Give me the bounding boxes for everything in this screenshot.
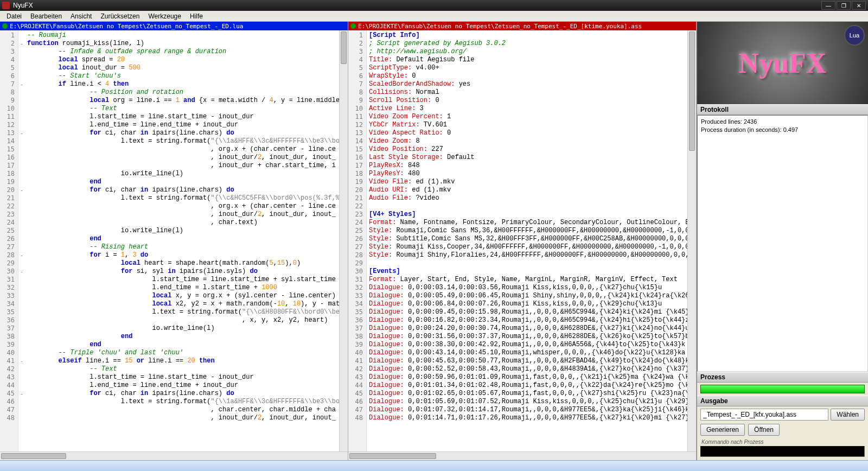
left-fold-column[interactable]: --------	[18, 30, 25, 451]
logo-text: NyuFX	[739, 47, 827, 79]
app-icon	[2, 2, 10, 9]
command-input[interactable]	[700, 446, 865, 457]
left-editor-header[interactable]: E:\PROJEKTE\Fansub\Zetsuen no Tempest\Ze…	[0, 22, 348, 30]
right-code-area[interactable]: [Script Info]; Script generated by Aegis…	[367, 30, 687, 451]
window-title: NyuFX	[13, 2, 821, 9]
left-vscroll[interactable]	[339, 30, 348, 451]
protokoll-title: Protokoll	[697, 104, 868, 115]
generate-button[interactable]: Generieren	[700, 424, 745, 436]
editors-pane: E:\PROJEKTE\Fansub\Zetsuen no Tempest\Ze…	[0, 22, 697, 460]
protokoll-body[interactable]: Produced lines: 2436Process duration (in…	[697, 115, 868, 372]
menu-ansicht[interactable]: Ansicht	[66, 11, 96, 21]
logo-area: NyuFX Lua	[697, 22, 868, 104]
prozess-title: Prozess	[697, 372, 868, 383]
command-label: Kommando nach Prozess	[697, 439, 868, 445]
left-gutter: 1234567891011121314151617181920212223242…	[0, 30, 18, 451]
status-dot-icon	[2, 23, 8, 29]
left-code-area[interactable]: -- Roumajifunction roumaji_kiss(line, l)…	[25, 30, 339, 451]
menu-datei[interactable]: Datei	[2, 11, 26, 21]
menu-hilfe[interactable]: Hilfe	[186, 11, 207, 21]
right-vscroll[interactable]	[687, 30, 696, 451]
right-hscroll[interactable]	[348, 451, 696, 460]
left-editor-path: E:\PROJEKTE\Fansub\Zetsuen no Tempest\Ze…	[10, 23, 243, 30]
close-button[interactable]: ✕	[852, 1, 866, 10]
titlebar: NyuFX — ❐ ✕	[0, 0, 868, 11]
right-editor-path: E:\PROJEKTE\Fansub\Zetsuen no Tempest\Ze…	[358, 23, 642, 30]
open-button[interactable]: Öffnen	[748, 424, 780, 436]
right-editor-body: 1234567891011121314151617181920212223242…	[348, 30, 696, 451]
maximize-button[interactable]: ❐	[837, 1, 851, 10]
workspace: E:\PROJEKTE\Fansub\Zetsuen no Tempest\Ze…	[0, 22, 868, 460]
choose-button[interactable]: Wählen	[831, 409, 865, 421]
menubar: DateiBearbeitenAnsichtZurücksetzenWerkze…	[0, 11, 868, 22]
menu-bearbeiten[interactable]: Bearbeiten	[26, 11, 66, 21]
minimize-button[interactable]: —	[821, 1, 835, 10]
progress-bar	[700, 385, 865, 393]
right-editor: E:\PROJEKTE\Fansub\Zetsuen no Tempest\Ze…	[348, 22, 697, 460]
lua-badge-icon: Lua	[844, 25, 865, 46]
left-hscroll[interactable]	[0, 451, 348, 460]
status-dot-icon	[350, 23, 356, 29]
right-gutter: 1234567891011121314151617181920212223242…	[348, 30, 367, 451]
left-editor: E:\PROJEKTE\Fansub\Zetsuen no Tempest\Ze…	[0, 22, 348, 460]
protokoll-line: Produced lines: 2436	[701, 118, 864, 126]
protokoll-line: Process duration (in seconds): 0.497	[701, 126, 864, 134]
output-file-input[interactable]	[700, 409, 828, 421]
left-editor-body: 1234567891011121314151617181920212223242…	[0, 30, 348, 451]
right-editor-header[interactable]: E:\PROJEKTE\Fansub\Zetsuen no Tempest\Ze…	[348, 22, 696, 30]
statusbar	[0, 460, 868, 471]
sidebar: NyuFX Lua Protokoll Produced lines: 2436…	[697, 22, 868, 460]
ausgabe-title: Ausgabe	[697, 396, 868, 406]
menu-zurücksetzen[interactable]: Zurücksetzen	[96, 11, 144, 21]
menu-werkzeuge[interactable]: Werkzeuge	[144, 11, 185, 21]
